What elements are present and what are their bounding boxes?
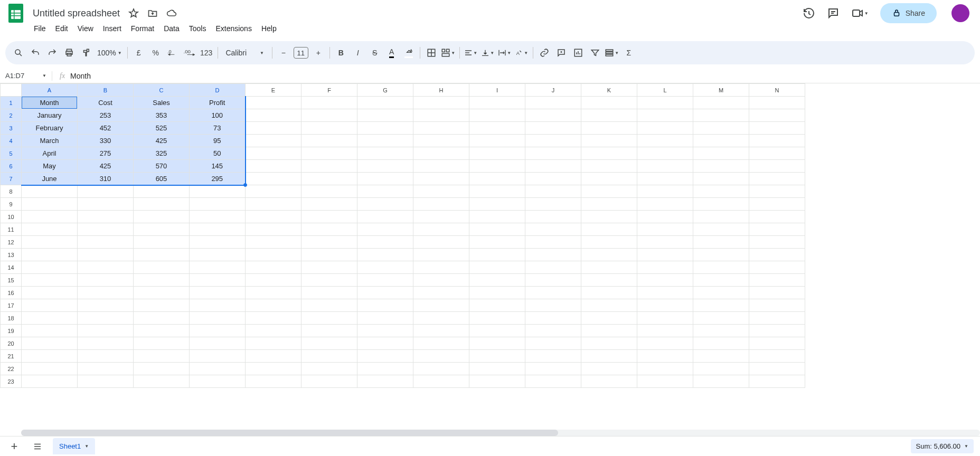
- cell-K1[interactable]: [581, 97, 637, 109]
- cell-D22[interactable]: [190, 363, 246, 375]
- paint-format-button[interactable]: [78, 45, 94, 61]
- cell-H11[interactable]: [413, 223, 469, 236]
- cell-G21[interactable]: [357, 350, 413, 363]
- cell-A21[interactable]: [22, 350, 78, 363]
- functions-button[interactable]: Σ: [621, 45, 637, 61]
- cell-C23[interactable]: [134, 375, 190, 388]
- cell-L21[interactable]: [637, 350, 693, 363]
- cell-D17[interactable]: [190, 299, 246, 312]
- cell-F15[interactable]: [301, 274, 357, 287]
- cell-D20[interactable]: [190, 337, 246, 350]
- col-header-L[interactable]: L: [637, 84, 693, 97]
- row-header-13[interactable]: 13: [1, 249, 22, 261]
- cell-F22[interactable]: [301, 363, 357, 375]
- menu-edit[interactable]: Edit: [51, 22, 72, 35]
- menu-extensions[interactable]: Extensions: [211, 22, 256, 35]
- rotate-button[interactable]: A▼: [514, 45, 530, 61]
- cell-C14[interactable]: [134, 261, 190, 274]
- col-header-G[interactable]: G: [357, 84, 413, 97]
- cell-N8[interactable]: [749, 185, 805, 198]
- cell-G3[interactable]: [357, 122, 413, 135]
- cell-D18[interactable]: [190, 312, 246, 325]
- cell-N4[interactable]: [749, 135, 805, 147]
- cell-H19[interactable]: [413, 325, 469, 337]
- col-header-K[interactable]: K: [581, 84, 637, 97]
- cloud-status-icon[interactable]: [166, 8, 177, 18]
- cell-C11[interactable]: [134, 223, 190, 236]
- cell-N23[interactable]: [749, 375, 805, 388]
- cell-H15[interactable]: [413, 274, 469, 287]
- cell-B9[interactable]: [78, 198, 134, 211]
- cell-E11[interactable]: [246, 223, 301, 236]
- cell-J16[interactable]: [525, 287, 581, 299]
- cell-B7[interactable]: 310: [78, 173, 134, 185]
- row-header-21[interactable]: 21: [1, 350, 22, 363]
- cell-F11[interactable]: [301, 223, 357, 236]
- doc-title[interactable]: Untitled spreadsheet: [30, 7, 123, 20]
- cell-D11[interactable]: [190, 223, 246, 236]
- cell-D21[interactable]: [190, 350, 246, 363]
- cell-L10[interactable]: [637, 211, 693, 223]
- cell-F6[interactable]: [301, 160, 357, 173]
- cell-H18[interactable]: [413, 312, 469, 325]
- cell-N16[interactable]: [749, 287, 805, 299]
- cell-E4[interactable]: [246, 135, 301, 147]
- cell-M17[interactable]: [693, 299, 749, 312]
- fill-color-button[interactable]: [401, 45, 417, 61]
- cell-E22[interactable]: [246, 363, 301, 375]
- cell-C18[interactable]: [134, 312, 190, 325]
- cell-H14[interactable]: [413, 261, 469, 274]
- cell-E1[interactable]: [246, 97, 301, 109]
- cell-N2[interactable]: [749, 109, 805, 122]
- star-icon[interactable]: [128, 8, 139, 18]
- col-header-I[interactable]: I: [469, 84, 525, 97]
- cell-I2[interactable]: [469, 109, 525, 122]
- cell-K4[interactable]: [581, 135, 637, 147]
- cell-A19[interactable]: [22, 325, 78, 337]
- cell-B12[interactable]: [78, 236, 134, 249]
- cell-C9[interactable]: [134, 198, 190, 211]
- cell-L3[interactable]: [637, 122, 693, 135]
- zoom-select[interactable]: 100%▼: [95, 45, 124, 61]
- cell-C15[interactable]: [134, 274, 190, 287]
- cell-E15[interactable]: [246, 274, 301, 287]
- comments-icon[interactable]: [827, 7, 840, 20]
- percent-button[interactable]: %: [148, 45, 164, 61]
- cell-J4[interactable]: [525, 135, 581, 147]
- add-sheet-button[interactable]: +: [6, 439, 22, 454]
- cell-M7[interactable]: [693, 173, 749, 185]
- cell-M22[interactable]: [693, 363, 749, 375]
- cell-D16[interactable]: [190, 287, 246, 299]
- cell-D13[interactable]: [190, 249, 246, 261]
- redo-button[interactable]: [44, 45, 60, 61]
- col-header-M[interactable]: M: [693, 84, 749, 97]
- cell-L1[interactable]: [637, 97, 693, 109]
- cell-M8[interactable]: [693, 185, 749, 198]
- row-header-15[interactable]: 15: [1, 274, 22, 287]
- cell-C5[interactable]: 325: [134, 147, 190, 160]
- cell-B3[interactable]: 452: [78, 122, 134, 135]
- cell-G8[interactable]: [357, 185, 413, 198]
- cell-I11[interactable]: [469, 223, 525, 236]
- cell-K16[interactable]: [581, 287, 637, 299]
- cell-C1[interactable]: Sales: [134, 97, 190, 109]
- cell-G10[interactable]: [357, 211, 413, 223]
- cell-J11[interactable]: [525, 223, 581, 236]
- bold-button[interactable]: B: [333, 45, 349, 61]
- menu-format[interactable]: Format: [127, 22, 158, 35]
- cell-G4[interactable]: [357, 135, 413, 147]
- cell-N20[interactable]: [749, 337, 805, 350]
- cell-J5[interactable]: [525, 147, 581, 160]
- cell-A11[interactable]: [22, 223, 78, 236]
- cell-K21[interactable]: [581, 350, 637, 363]
- cell-E12[interactable]: [246, 236, 301, 249]
- cell-N22[interactable]: [749, 363, 805, 375]
- cell-D1[interactable]: Profit: [190, 97, 246, 109]
- cell-K17[interactable]: [581, 299, 637, 312]
- merge-button[interactable]: ▼: [440, 45, 456, 61]
- cell-M13[interactable]: [693, 249, 749, 261]
- strike-button[interactable]: S: [367, 45, 383, 61]
- cell-K7[interactable]: [581, 173, 637, 185]
- cell-D8[interactable]: [190, 185, 246, 198]
- cell-B16[interactable]: [78, 287, 134, 299]
